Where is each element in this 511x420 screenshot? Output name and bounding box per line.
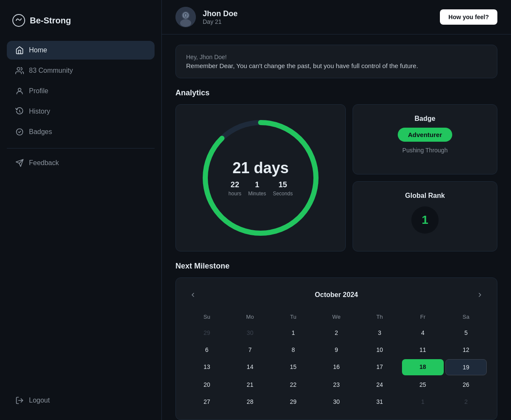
seconds-value: 15 xyxy=(273,180,293,189)
logout-label: Logout xyxy=(29,397,50,404)
minutes-unit: 1 Minutes xyxy=(248,180,266,197)
cal-day[interactable]: 29 xyxy=(186,325,227,340)
nav-divider xyxy=(7,148,155,149)
chevron-right-icon xyxy=(477,291,483,298)
cal-day[interactable]: 3 xyxy=(359,325,400,340)
content-area: Hey, Jhon Doe! Remember Dear, You can't … xyxy=(162,34,511,420)
cal-day[interactable]: 17 xyxy=(359,359,400,375)
greeting-card: Hey, Jhon Doe! Remember Dear, You can't … xyxy=(175,45,497,78)
rank-value: 1 xyxy=(411,206,439,234)
sidebar-item-badges[interactable]: Badges xyxy=(7,123,155,141)
cal-day[interactable]: 20 xyxy=(186,377,227,392)
cal-day[interactable]: 27 xyxy=(186,394,227,409)
cal-day[interactable]: 10 xyxy=(359,342,400,357)
cal-day[interactable]: 25 xyxy=(402,377,443,392)
cal-day[interactable]: 30 xyxy=(229,325,270,340)
cal-day[interactable]: 6 xyxy=(186,342,227,357)
cal-header-th: Th xyxy=(359,310,400,323)
sidebar-item-badges-label: Badges xyxy=(29,128,52,136)
cal-day[interactable]: 16 xyxy=(316,359,357,375)
minutes-value: 1 xyxy=(248,180,266,189)
cal-day[interactable]: 8 xyxy=(273,342,314,357)
logout-button[interactable]: Logout xyxy=(7,391,155,410)
svg-point-2 xyxy=(18,88,21,91)
sidebar-item-history[interactable]: History xyxy=(7,102,155,121)
sidebar-item-community[interactable]: 83 Community xyxy=(7,61,155,80)
cal-day-highlighted[interactable]: 19 xyxy=(445,359,487,375)
badge-card: Badge Adventurer Pushing Through xyxy=(353,104,497,174)
cal-day[interactable]: 31 xyxy=(359,394,400,409)
cal-day[interactable]: 26 xyxy=(445,377,487,392)
sidebar-item-profile-label: Profile xyxy=(29,87,48,95)
user-name: Jhon Doe xyxy=(203,9,433,18)
cal-day[interactable]: 9 xyxy=(316,342,357,357)
days-display: 21 days xyxy=(229,159,293,177)
cal-day[interactable]: 7 xyxy=(229,342,270,357)
cal-day[interactable]: 12 xyxy=(445,342,487,357)
calendar-header: October 2024 xyxy=(186,288,487,302)
cal-header-sa: Sa xyxy=(445,310,487,323)
header: Jhon Doe Day 21 How you feel? xyxy=(162,0,511,34)
sidebar-item-community-label: 83 Community xyxy=(29,67,73,74)
cal-day[interactable]: 28 xyxy=(229,394,270,409)
sidebar-item-history-label: History xyxy=(29,108,50,115)
cal-day[interactable]: 2 xyxy=(445,394,487,409)
right-cards: Badge Adventurer Pushing Through Global … xyxy=(353,104,497,251)
avatar xyxy=(175,7,196,27)
rank-card-title: Global Rank xyxy=(363,192,487,200)
calendar-next-button[interactable] xyxy=(473,288,487,302)
profile-icon xyxy=(15,87,24,95)
user-day: Day 21 xyxy=(203,18,433,25)
cal-day[interactable]: 22 xyxy=(273,377,314,392)
svg-point-12 xyxy=(187,15,187,16)
main-content: Jhon Doe Day 21 How you feel? Hey, Jhon … xyxy=(162,0,511,420)
seconds-label: Seconds xyxy=(273,191,293,197)
cal-day[interactable]: 11 xyxy=(402,342,443,357)
cal-day[interactable]: 14 xyxy=(229,359,270,375)
calendar-prev-button[interactable] xyxy=(186,288,200,302)
sidebar-item-home-label: Home xyxy=(29,46,47,54)
sidebar-item-home[interactable]: Home xyxy=(7,41,155,60)
how-you-feel-button[interactable]: How you feel? xyxy=(440,9,497,25)
cal-day[interactable]: 30 xyxy=(316,394,357,409)
sidebar-item-feedback[interactable]: Feedback xyxy=(7,154,155,172)
cal-day[interactable]: 1 xyxy=(273,325,314,340)
rank-card: Global Rank 1 xyxy=(353,181,497,251)
cal-day[interactable]: 15 xyxy=(273,359,314,375)
hours-value: 22 xyxy=(229,180,241,189)
cal-day[interactable]: 4 xyxy=(402,325,443,340)
cal-day[interactable]: 23 xyxy=(316,377,357,392)
badges-icon xyxy=(15,128,24,136)
cal-day[interactable]: 2 xyxy=(316,325,357,340)
analytics-grid: 21 days 22 hours 1 Minutes 15 xyxy=(175,104,497,251)
sidebar: Be-Strong Home 83 Community Profile xyxy=(0,0,162,420)
cal-day[interactable]: 5 xyxy=(445,325,487,340)
minutes-label: Minutes xyxy=(248,191,266,197)
cal-day[interactable]: 13 xyxy=(186,359,227,375)
calendar-grid: Su Mo Tu We Th Fr Sa 29 30 1 2 3 4 5 6 xyxy=(186,310,487,409)
badge-name: Adventurer xyxy=(398,128,452,142)
cal-day[interactable]: 21 xyxy=(229,377,270,392)
badge-subtitle: Pushing Through xyxy=(363,147,487,154)
cal-header-su: Su xyxy=(186,310,227,323)
greeting-message: Remember Dear, You can't change the past… xyxy=(186,62,487,69)
avatar-image xyxy=(175,7,196,27)
cal-day[interactable]: 24 xyxy=(359,377,400,392)
cal-header-mo: Mo xyxy=(229,310,270,323)
sidebar-item-profile[interactable]: Profile xyxy=(7,82,155,100)
svg-point-1 xyxy=(17,68,20,71)
greeting-hey: Hey, Jhon Doe! xyxy=(186,54,487,60)
sidebar-item-feedback-label: Feedback xyxy=(29,159,59,167)
history-icon xyxy=(15,107,24,116)
user-info: Jhon Doe Day 21 xyxy=(203,9,433,25)
calendar-month-year: October 2024 xyxy=(315,291,358,299)
cal-day[interactable]: 29 xyxy=(273,394,314,409)
logo-icon xyxy=(12,14,26,27)
cal-day[interactable]: 1 xyxy=(402,394,443,409)
circle-inner: 21 days 22 hours 1 Minutes 15 xyxy=(229,159,293,197)
milestone-section: Next Milestone October 2024 Su Mo Tu xyxy=(175,262,497,420)
hours-label: hours xyxy=(229,191,241,197)
svg-point-9 xyxy=(180,19,191,27)
timer-card: 21 days 22 hours 1 Minutes 15 xyxy=(175,104,346,251)
cal-day-today[interactable]: 18 xyxy=(402,359,443,375)
